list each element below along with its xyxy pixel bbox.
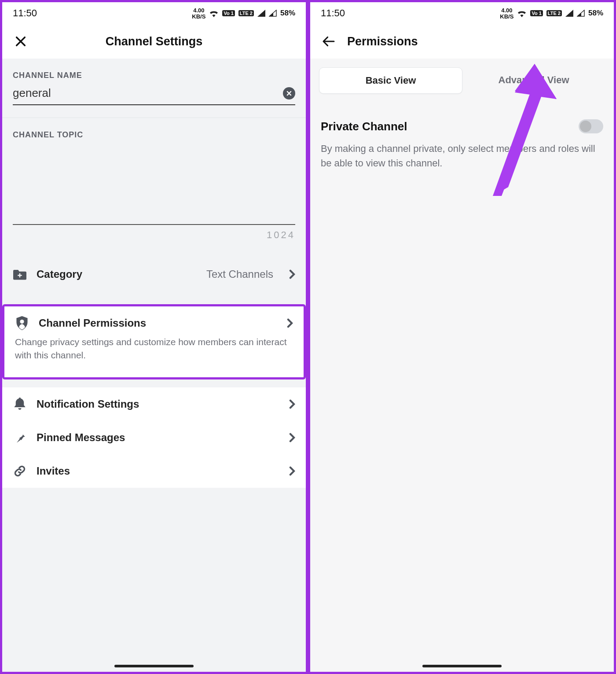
- chevron-right-icon: [289, 269, 295, 279]
- status-time: 11:50: [321, 7, 345, 19]
- chevron-right-icon: [289, 399, 295, 409]
- row-notifications-label: Notification Settings: [37, 398, 139, 410]
- channel-topic-input[interactable]: [13, 146, 295, 225]
- back-button[interactable]: [318, 31, 339, 52]
- row-permissions-label: Channel Permissions: [39, 317, 146, 329]
- nav-indicator: [114, 665, 194, 667]
- lte-badge-2: LTE 2: [546, 10, 562, 16]
- page-title: Channel Settings: [2, 35, 306, 48]
- channel-name-label: CHANNEL NAME: [2, 59, 306, 86]
- lte-badge-1: Vo 1: [222, 10, 235, 16]
- row-permissions-highlight: Channel Permissions Change privacy setti…: [2, 304, 306, 379]
- header: Channel Settings: [2, 24, 306, 59]
- row-category-label: Category: [37, 268, 82, 280]
- private-channel-label: Private Channel: [321, 120, 407, 133]
- page-title: Permissions: [347, 35, 418, 48]
- wifi-icon: [517, 9, 527, 17]
- channel-name-input[interactable]: [13, 86, 283, 100]
- status-bar: 11:50 4.00KB/S Vo 1 LTE 2 58%: [310, 2, 614, 24]
- screenshot-left: 11:50 4.00KB/S Vo 1 LTE 2 58% Channel Se…: [0, 0, 308, 674]
- row-permissions[interactable]: Channel Permissions: [4, 306, 304, 334]
- close-button[interactable]: [10, 31, 31, 52]
- screenshot-right: 11:50 4.00KB/S Vo 1 LTE 2 58% Permission…: [308, 0, 616, 674]
- clear-icon[interactable]: [283, 87, 295, 99]
- row-permissions-desc-wrap: Change privacy settings and customize ho…: [4, 334, 304, 377]
- chevron-right-icon: [287, 318, 293, 328]
- status-right: 4.00KB/S Vo 1 LTE 2 58%: [500, 7, 603, 19]
- row-category-value: Text Channels: [206, 268, 273, 280]
- lte-badge-2: LTE 2: [238, 10, 254, 16]
- signal-icon-1: [565, 10, 573, 17]
- tab-advanced-view[interactable]: Advanced View: [462, 67, 605, 94]
- signal-icon-1: [257, 10, 265, 17]
- status-battery: 58%: [588, 9, 603, 18]
- channel-name-field-wrap: [13, 86, 295, 105]
- private-channel-toggle[interactable]: [579, 119, 603, 133]
- channel-topic-label: CHANNEL TOPIC: [2, 118, 306, 146]
- svg-point-0: [20, 320, 24, 324]
- row-pinned-label: Pinned Messages: [37, 431, 125, 444]
- status-right: 4.00KB/S Vo 1 LTE 2 58%: [192, 7, 295, 19]
- shield-user-icon: [15, 316, 29, 330]
- row-permissions-desc: Change privacy settings and customize ho…: [15, 334, 293, 368]
- row-pinned[interactable]: Pinned Messages: [2, 421, 306, 454]
- row-notifications[interactable]: Notification Settings: [2, 387, 306, 421]
- chevron-right-icon: [289, 433, 295, 442]
- private-channel-desc: By making a channel private, only select…: [310, 136, 614, 176]
- private-channel-row: Private Channel: [310, 94, 614, 136]
- nav-indicator: [422, 665, 502, 667]
- lte-badge-1: Vo 1: [530, 10, 543, 16]
- status-kbps: 4.00KB/S: [500, 7, 513, 19]
- row-invites-label: Invites: [37, 465, 70, 477]
- signal-icon-2: [577, 10, 585, 17]
- status-battery: 58%: [280, 9, 295, 18]
- status-bar: 11:50 4.00KB/S Vo 1 LTE 2 58%: [2, 2, 306, 24]
- header: Permissions: [310, 24, 614, 59]
- content-scroll[interactable]: Basic View Advanced View Private Channel…: [310, 59, 614, 672]
- topic-counter: 1024: [2, 225, 306, 241]
- folder-plus-icon: [13, 267, 27, 281]
- wifi-icon: [209, 9, 219, 17]
- signal-icon-2: [269, 10, 277, 17]
- chevron-right-icon: [289, 466, 295, 476]
- row-invites[interactable]: Invites: [2, 454, 306, 488]
- status-time: 11:50: [13, 7, 37, 19]
- row-category[interactable]: Category Text Channels: [2, 258, 306, 291]
- view-tabs: Basic View Advanced View: [319, 67, 605, 94]
- link-icon: [13, 464, 27, 478]
- status-kbps: 4.00KB/S: [192, 7, 205, 19]
- rows-group: Notification Settings Pinned Messages: [2, 387, 306, 488]
- pin-icon: [13, 431, 27, 445]
- bell-icon: [13, 397, 27, 411]
- content-scroll[interactable]: CHANNEL NAME CHANNEL TOPIC 1024 Category…: [2, 59, 306, 672]
- tab-basic-view[interactable]: Basic View: [319, 67, 462, 94]
